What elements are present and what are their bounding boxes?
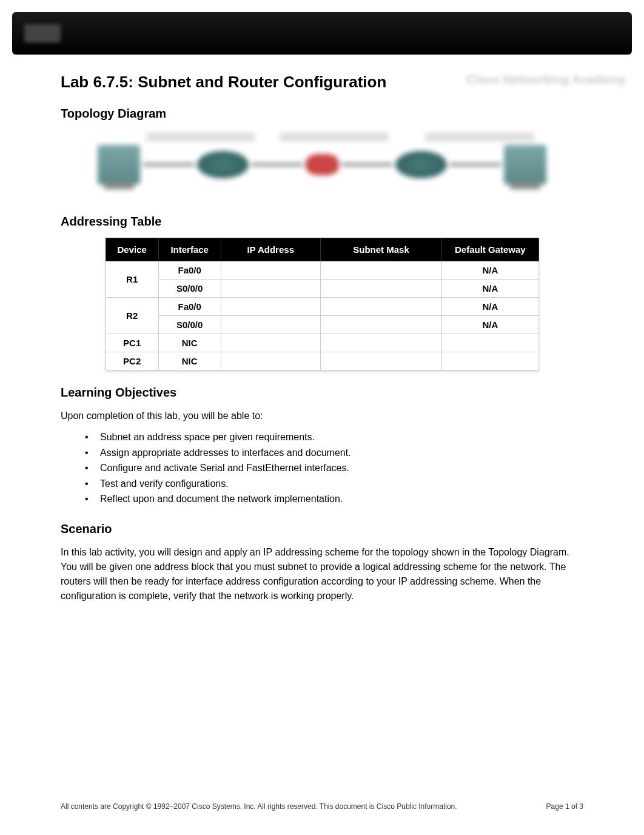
footer-copyright: All contents are Copyright © 1992–2007 C… [61,802,457,811]
list-item: Reflect upon and document the network im… [85,491,583,507]
objectives-heading: Learning Objectives [61,386,583,400]
table-row: S0/0/0 N/A [106,280,538,298]
list-item: Subnet an address space per given requir… [85,429,583,445]
cell-device: R1 [106,261,158,298]
list-item: Assign appropriate addresses to interfac… [85,445,583,461]
cell-ip [221,261,320,280]
list-item: Test and verify configurations. [85,476,583,492]
document-page: Cisco Networking Academy Lab 6.7.5: Subn… [0,0,644,835]
cell-mask [320,352,441,371]
topology-label [146,133,255,141]
cell-ip [221,352,320,371]
cell-ip [221,316,320,334]
cell-mask [320,316,441,334]
cell-gateway: N/A [442,280,538,298]
scenario-text: In this lab activity, you will design an… [61,545,583,603]
table-row: S0/0/0 N/A [106,316,538,334]
pc-icon [98,145,140,184]
topology-diagram [98,136,546,193]
table-row: PC1 NIC [106,334,538,352]
topology-diagram-container [61,130,583,200]
col-header-device: Device [106,238,158,261]
cell-interface: NIC [158,352,221,371]
topology-label [280,133,389,141]
col-header-interface: Interface [158,238,221,261]
scenario-heading: Scenario [61,522,583,536]
cell-device: PC2 [106,352,158,371]
cell-gateway: N/A [442,261,538,280]
cell-interface: Fa0/0 [158,261,221,280]
table-row: R2 Fa0/0 N/A [106,298,538,316]
topology-heading: Topology Diagram [61,107,583,121]
footer: All contents are Copyright © 1992–2007 C… [61,802,583,811]
footer-page-number: Page 1 of 3 [546,802,583,811]
link-line [342,164,393,166]
cell-ip [221,280,320,298]
router-icon [395,151,447,178]
pc-icon [504,145,546,184]
cell-ip [221,334,320,352]
cell-interface: S0/0/0 [158,280,221,298]
objectives-list: Subnet an address space per given requir… [61,429,583,507]
content-area: Lab 6.7.5: Subnet and Router Configurati… [12,73,632,603]
cell-device: R2 [106,298,158,334]
table-row: PC2 NIC [106,352,538,371]
cell-interface: S0/0/0 [158,316,221,334]
table-row: R1 Fa0/0 N/A [106,261,538,280]
addressing-table: Device Interface IP Address Subnet Mask … [106,238,539,371]
list-item: Configure and activate Serial and FastEt… [85,460,583,476]
cell-mask [320,334,441,352]
objectives-intro: Upon completion of this lab, you will be… [61,409,583,423]
cell-interface: NIC [158,334,221,352]
cell-mask [320,280,441,298]
cell-gateway: N/A [442,298,538,316]
addressing-heading: Addressing Table [61,215,583,229]
cell-device: PC1 [106,334,158,352]
table-header-row: Device Interface IP Address Subnet Mask … [106,238,538,261]
col-header-gateway: Default Gateway [442,238,538,261]
col-header-ip: IP Address [221,238,320,261]
header-badge [24,24,61,42]
watermark-text: Cisco Networking Academy [466,73,626,87]
cell-gateway: N/A [442,316,538,334]
cell-mask [320,261,441,280]
cell-interface: Fa0/0 [158,298,221,316]
link-line [143,164,194,166]
col-header-mask: Subnet Mask [320,238,441,261]
cell-mask [320,298,441,316]
cell-gateway [442,334,538,352]
cell-ip [221,298,320,316]
cloud-icon [306,154,339,175]
header-bar [12,12,632,55]
link-line [450,164,501,166]
link-line [252,164,303,166]
router-icon [197,151,249,178]
topology-label [425,133,534,141]
cell-gateway [442,352,538,371]
